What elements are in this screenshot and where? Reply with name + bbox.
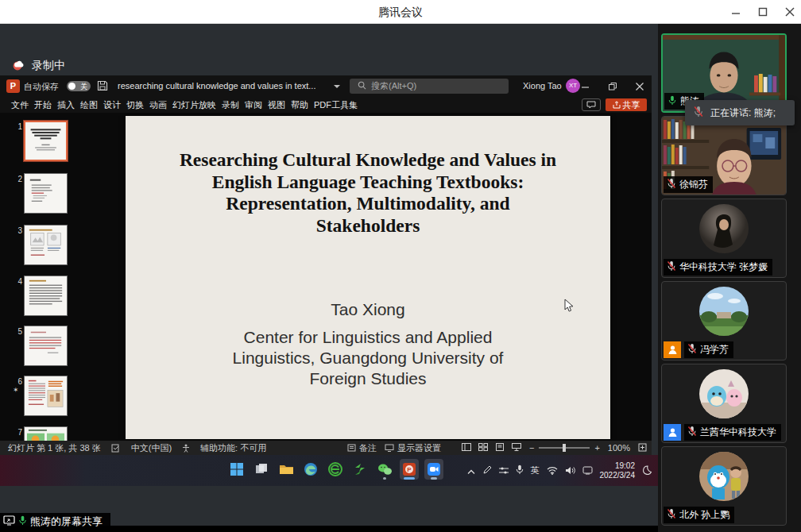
tab-animations[interactable]: 动画 xyxy=(149,99,167,111)
participant-tile-fengxuefang[interactable]: 冯学芳 xyxy=(661,281,787,360)
language-status[interactable]: 中文(中国) xyxy=(131,442,172,454)
s-app-icon[interactable] xyxy=(350,459,370,480)
svg-text:P: P xyxy=(407,466,412,473)
participant-tile-zhangmengyuan[interactable]: 华中科技大学 张梦媛 xyxy=(661,199,787,278)
muted-mic-icon xyxy=(693,106,704,120)
muted-mic-icon xyxy=(667,178,676,191)
sharer-mic-on-icon xyxy=(18,515,27,528)
slide-thumbnail-6[interactable] xyxy=(24,376,68,416)
slide-thumbnail-3[interactable] xyxy=(24,225,68,265)
tab-view[interactable]: 视图 xyxy=(268,99,285,111)
wifi-icon[interactable] xyxy=(547,464,558,478)
tab-slideshow[interactable]: 幻灯片放映 xyxy=(172,99,216,111)
clock-time: 19:02 xyxy=(600,461,636,471)
start-button-icon[interactable] xyxy=(227,459,246,480)
screen-share-label: 熊涛的屏幕共享 xyxy=(30,515,103,529)
tab-pdf-tools[interactable]: PDF工具集 xyxy=(314,99,358,111)
search-box[interactable]: 搜索(Alt+Q) xyxy=(350,79,509,94)
cast-icon[interactable] xyxy=(582,464,593,478)
tab-review[interactable]: 审阅 xyxy=(245,99,262,111)
windows-taskbar: P 英 19:02 2022/3/24 xyxy=(0,455,658,486)
taskbar-clock[interactable]: 19:02 2022/3/24 xyxy=(600,461,636,480)
tab-draw[interactable]: 绘图 xyxy=(80,99,98,111)
file-explorer-icon[interactable] xyxy=(277,459,296,480)
mouse-cursor xyxy=(564,299,575,316)
slideshow-view-icon[interactable] xyxy=(512,443,521,453)
accessibility-icon xyxy=(182,444,190,453)
slide-thumbnail-2[interactable] xyxy=(24,173,68,214)
notes-button[interactable]: 备注 xyxy=(347,442,377,454)
tab-record[interactable]: 录制 xyxy=(222,99,239,111)
zoom-slider[interactable] xyxy=(539,447,590,449)
ppt-statusbar: 幻灯片 第 1 张, 共 38 张 中文(中国) 辅助功能: 不可用 备注 显示… xyxy=(0,441,652,455)
tab-design[interactable]: 设计 xyxy=(103,99,121,111)
recording-indicator: 录制中 xyxy=(13,59,65,73)
tab-transitions[interactable]: 切换 xyxy=(126,99,144,111)
slide-thumbnail-1[interactable] xyxy=(24,121,68,161)
tab-home[interactable]: 开始 xyxy=(34,99,52,111)
animation-star-icon: ✶ xyxy=(13,386,19,394)
slide-thumbnail-4[interactable] xyxy=(24,276,68,316)
task-view-icon[interactable] xyxy=(252,459,271,480)
ppt-titlebar: P 自动保存 关 researching cultural knowledge … xyxy=(0,75,652,97)
pen-icon[interactable] xyxy=(482,464,492,478)
ppt-restore-icon[interactable] xyxy=(609,79,617,94)
wechat-icon[interactable] xyxy=(375,459,394,480)
share-button[interactable]: 共享 xyxy=(606,98,647,111)
recording-cloud-icon xyxy=(13,60,26,73)
slide-position: 幻灯片 第 1 张, 共 38 张 xyxy=(8,442,101,454)
speaking-tooltip: 正在讲话: 熊涛; xyxy=(685,100,795,125)
display-settings-button[interactable]: 显示器设置 xyxy=(385,442,441,454)
account-name[interactable]: Xiong Tao xyxy=(523,81,562,91)
document-title[interactable]: researching cultural knowledge and value… xyxy=(118,81,315,91)
thumb-number: 1 xyxy=(11,122,22,131)
minimize-icon[interactable] xyxy=(731,7,741,17)
spellcheck-icon[interactable] xyxy=(111,444,121,453)
reading-view-icon[interactable] xyxy=(495,443,505,453)
tab-insert[interactable]: 插入 xyxy=(57,99,75,111)
tab-help[interactable]: 帮助 xyxy=(291,99,308,111)
slide-canvas[interactable]: Researching Cultural Knowledge and Value… xyxy=(126,116,610,439)
mic-on-icon xyxy=(668,95,677,108)
zoom-in-icon[interactable]: + xyxy=(594,443,599,453)
normal-view-icon[interactable] xyxy=(462,443,471,453)
ppt-minimize-icon[interactable] xyxy=(582,79,590,94)
title-dropdown-icon[interactable] xyxy=(334,85,340,88)
maximize-icon[interactable] xyxy=(758,7,768,17)
participant-tile-sunshangying[interactable]: 北外 孙上鹦 xyxy=(661,446,787,526)
thumb-number: 2 xyxy=(11,175,22,183)
recording-label: 录制中 xyxy=(32,59,65,73)
browser-e-icon[interactable] xyxy=(326,459,345,480)
comments-button[interactable] xyxy=(582,98,601,111)
participant-tile-xujinfen[interactable]: 徐锦芬 xyxy=(661,116,787,195)
settings-sliders-icon[interactable] xyxy=(499,464,509,478)
tab-file[interactable]: 文件 xyxy=(11,99,29,111)
participant-role-badge xyxy=(664,341,681,358)
tray-mic-icon[interactable] xyxy=(516,464,524,478)
zoom-out-icon[interactable]: − xyxy=(529,443,534,453)
account-avatar[interactable]: XT xyxy=(566,79,580,93)
save-icon[interactable] xyxy=(97,80,108,94)
participant-tile-lanxi[interactable]: 兰茜华中科技大学 xyxy=(661,364,787,443)
accessibility-status[interactable]: 辅助功能: 不可用 xyxy=(200,442,266,454)
slide-thumbnail-7[interactable] xyxy=(24,426,68,441)
powerpoint-taskbar-icon[interactable]: P xyxy=(400,459,419,480)
participants-sidebar: 熊涛 正在讲话: 熊涛; xyxy=(658,24,801,532)
close-icon[interactable] xyxy=(785,7,795,17)
input-method-indicator[interactable]: 英 xyxy=(531,465,540,476)
participant-avatar xyxy=(699,204,749,253)
tray-expand-icon[interactable] xyxy=(467,464,475,478)
participant-avatar xyxy=(699,369,749,418)
edge-browser-icon[interactable] xyxy=(301,459,320,480)
slide-sorter-view-icon[interactable] xyxy=(478,443,488,453)
zoom-level[interactable]: 100% xyxy=(608,443,630,453)
autosave-toggle[interactable]: 关 xyxy=(67,81,91,91)
volume-icon[interactable] xyxy=(565,464,575,478)
fit-to-window-icon[interactable] xyxy=(638,443,647,453)
focus-assist-moon-icon[interactable] xyxy=(642,464,652,478)
participant-name-chip: 北外 孙上鹦 xyxy=(664,507,734,523)
tencent-meeting-taskbar-icon[interactable] xyxy=(424,459,443,480)
ppt-close-icon[interactable] xyxy=(636,79,644,94)
participant-role-badge xyxy=(664,424,681,441)
slide-thumbnail-5[interactable] xyxy=(24,326,68,366)
